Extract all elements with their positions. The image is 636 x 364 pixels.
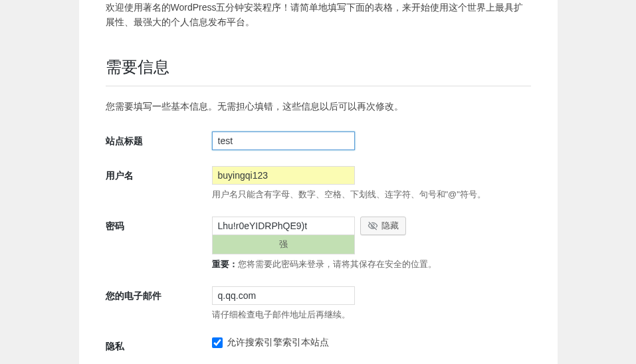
email-input[interactable]	[212, 286, 355, 305]
username-label: 用户名	[106, 166, 212, 182]
site-title-label: 站点标题	[106, 132, 212, 147]
username-hint: 用户名只能含有字母、数字、空格、下划线、连字符、句号和"@"符号。	[212, 189, 531, 201]
privacy-checkbox[interactable]	[212, 337, 223, 348]
password-label: 密码	[106, 217, 212, 232]
privacy-checkbox-label: 允许搜索引擎索引本站点	[227, 337, 329, 349]
privacy-row: 隐私 允许搜索引擎索引本站点	[106, 337, 531, 353]
section-heading: 需要信息	[106, 56, 531, 78]
eye-slash-icon	[368, 221, 378, 231]
hide-button-label: 隐藏	[381, 220, 399, 232]
intro-text: 欢迎使用著名的WordPress五分钟安装程序！请简单地填写下面的表格，来开始使…	[106, 0, 531, 41]
site-title-row: 站点标题	[106, 132, 531, 150]
divider	[106, 86, 531, 86]
email-hint: 请仔细检查电子邮件地址后再继续。	[212, 309, 531, 321]
username-input[interactable]	[212, 166, 355, 185]
subtext: 您需要填写一些基本信息。无需担心填错，这些信息以后可以再次修改。	[106, 101, 531, 113]
privacy-label: 隐私	[106, 337, 212, 353]
hide-password-button[interactable]: 隐藏	[360, 217, 406, 235]
site-title-input[interactable]	[212, 132, 355, 150]
email-row: 您的电子邮件 请仔细检查电子邮件地址后再继续。	[106, 286, 531, 321]
password-hint: 重要：您将需要此密码来登录，请将其保存在安全的位置。	[212, 258, 531, 270]
password-input[interactable]	[212, 217, 355, 235]
password-strength: 强	[212, 235, 355, 254]
email-label: 您的电子邮件	[106, 286, 212, 302]
password-row: 密码 强 隐藏 重要：您将需要此密码来登录，请将其保存在安全的位置。	[106, 217, 531, 270]
username-row: 用户名 用户名只能含有字母、数字、空格、下划线、连字符、句号和"@"符号。	[106, 166, 531, 201]
